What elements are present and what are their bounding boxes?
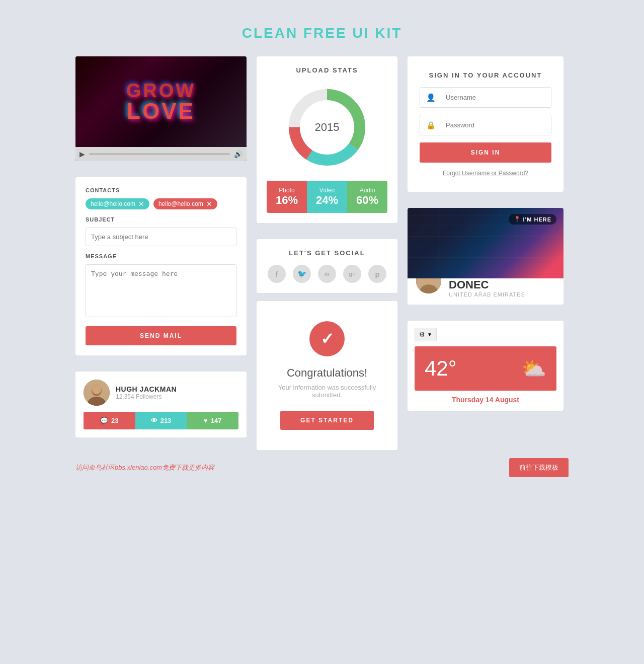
linkedin-icon: in (325, 271, 330, 277)
video-label: Video (312, 187, 342, 194)
heart-icon: ♥ (204, 417, 208, 424)
donut-chart-container: 2015 (267, 82, 387, 173)
signin-button[interactable]: SIGN IN (420, 142, 551, 163)
contacts-label: CONTACTS (86, 187, 236, 193)
weather-settings: ⚙ ▼ (415, 328, 556, 341)
page-title: CLEAN FREE UI KIT (10, 10, 634, 56)
linkedin-button[interactable]: in (318, 265, 336, 283)
audio-stat: Audio 60% (347, 181, 387, 213)
video-value: 24% (312, 194, 342, 207)
volume-icon[interactable]: 🔊 (234, 150, 243, 158)
video-controls: ▶ 🔊 (75, 147, 247, 161)
tag-2[interactable]: hello@hello.com ✕ (153, 198, 217, 209)
social-card: LET'S GET SOCIAL f 🐦 in g+ p (257, 239, 397, 293)
congrats-subtitle: Your information was successfully submit… (269, 384, 385, 399)
stats-row: Photo 16% Video 24% Audio 60% (267, 181, 387, 213)
video-text-grow: GROW (126, 81, 196, 100)
tag-1-close[interactable]: ✕ (138, 200, 144, 207)
svg-point-3 (92, 385, 101, 394)
settings-button[interactable]: ⚙ ▼ (415, 328, 437, 341)
profile-name: HUGH JACKMAN (116, 385, 177, 393)
views-button[interactable]: 👁 213 (135, 412, 187, 429)
play-button[interactable]: ▶ (79, 150, 85, 158)
social-title: LET'S GET SOCIAL (267, 249, 387, 257)
gear-icon: ⚙ (419, 331, 425, 338)
tag-1-text: hello@hello.com (91, 200, 135, 207)
forgot-password-link[interactable]: Forgot Username or Password? (420, 170, 551, 177)
tag-1[interactable]: hello@hello.com ✕ (86, 198, 149, 209)
likes-button[interactable]: ♥ 147 (187, 412, 238, 429)
location-name: DONEC (449, 278, 525, 291)
donut-chart: 2015 (282, 82, 372, 173)
weather-main: 42° ⛅ (415, 346, 556, 391)
subject-input[interactable] (86, 228, 236, 246)
location-info: DONEC UNITED ARAB EMIRATES (408, 278, 564, 305)
congrats-title: Congratulations! (269, 366, 385, 380)
video-preview: GROW LOVE (75, 56, 247, 147)
password-row: 🔒 (420, 115, 551, 135)
location-country: UNITED ARAB EMIRATES (449, 291, 525, 298)
facebook-button[interactable]: f (268, 265, 286, 283)
location-card: 📍 I'M HERE DONEC UNITED ARAB EMIRATES (408, 208, 564, 305)
footer-link[interactable]: 访问血鸟社区bbs.xieniao.com免费下载更多内容 (75, 463, 214, 472)
progress-bar[interactable] (89, 153, 230, 155)
profile-stats: 💬 23 👁 213 ♥ 147 (84, 412, 238, 429)
tags-row: hello@hello.com ✕ hello@hello.com ✕ (86, 198, 236, 209)
comment-icon: 💬 (100, 417, 108, 424)
twitter-icon: 🐦 (297, 269, 307, 278)
signin-card: SIGN IN TO YOUR ACCOUNT 👤 🔒 SIGN IN Forg… (408, 56, 564, 192)
weather-card: ⚙ ▼ 42° ⛅ Thursday 14 August (408, 321, 564, 411)
message-label: MESSAGE (86, 253, 236, 259)
password-input[interactable] (442, 115, 551, 135)
profile-top: HUGH JACKMAN 12,354 Followers (84, 380, 238, 406)
profile-followers: 12,354 Followers (116, 393, 177, 400)
congrats-card: ✓ Congratulations! Your information was … (257, 301, 397, 450)
username-input[interactable] (442, 88, 551, 107)
comments-button[interactable]: 💬 23 (84, 412, 135, 429)
footer: 访问血鸟社区bbs.xieniao.com免费下载更多内容 前往下载模板 (75, 458, 569, 487)
upload-stats-card: UPLOAD STATS (257, 56, 397, 223)
pin-icon: 📍 (514, 216, 521, 223)
message-textarea[interactable] (86, 264, 236, 317)
eye-icon: 👁 (151, 417, 157, 424)
check-icon: ✓ (320, 329, 334, 348)
download-button[interactable]: 前往下载模板 (509, 458, 569, 477)
weather-date: Thursday 14 August (415, 396, 556, 404)
views-count: 213 (160, 417, 172, 424)
facebook-icon: f (276, 270, 278, 278)
username-row: 👤 (420, 87, 551, 108)
tag-2-text: hello@hello.com (158, 200, 203, 207)
googleplus-button[interactable]: g+ (343, 265, 361, 283)
video-text: GROW LOVE (126, 81, 196, 122)
audio-value: 60% (352, 194, 382, 207)
upload-stats-title: UPLOAD STATS (267, 66, 387, 74)
tag-2-close[interactable]: ✕ (206, 200, 212, 207)
pinterest-button[interactable]: p (368, 265, 386, 283)
lock-icon: 🔒 (420, 121, 442, 130)
audio-label: Audio (352, 187, 382, 194)
profile-card: HUGH JACKMAN 12,354 Followers 💬 23 👁 213… (75, 372, 247, 437)
video-text-love: LOVE (126, 100, 196, 122)
get-started-button[interactable]: GET STARTED (280, 411, 374, 430)
im-here-text: I'M HERE (523, 216, 551, 223)
subject-label: SUBJECT (86, 216, 236, 223)
send-mail-button[interactable]: SEND MAIL (86, 326, 236, 345)
check-circle: ✓ (309, 321, 345, 356)
donut-center-value: 2015 (315, 121, 340, 134)
im-here-badge: 📍 I'M HERE (509, 214, 556, 225)
photo-stat: Photo 16% (267, 181, 307, 213)
photo-label: Photo (272, 187, 302, 194)
signin-title: SIGN IN TO YOUR ACCOUNT (420, 71, 551, 79)
video-card: GROW LOVE ▶ 🔊 (75, 56, 247, 161)
contact-card: CONTACTS hello@hello.com ✕ hello@hello.c… (75, 177, 247, 355)
user-icon: 👤 (420, 93, 442, 102)
location-text: DONEC UNITED ARAB EMIRATES (449, 278, 525, 298)
temperature-display: 42° (425, 356, 457, 381)
profile-info: HUGH JACKMAN 12,354 Followers (116, 385, 177, 400)
chevron-down-icon: ▼ (427, 332, 432, 337)
photo-value: 16% (272, 194, 302, 207)
likes-count: 147 (211, 417, 222, 424)
social-icons: f 🐦 in g+ p (267, 265, 387, 283)
twitter-button[interactable]: 🐦 (293, 265, 311, 283)
video-stat: Video 24% (307, 181, 347, 213)
